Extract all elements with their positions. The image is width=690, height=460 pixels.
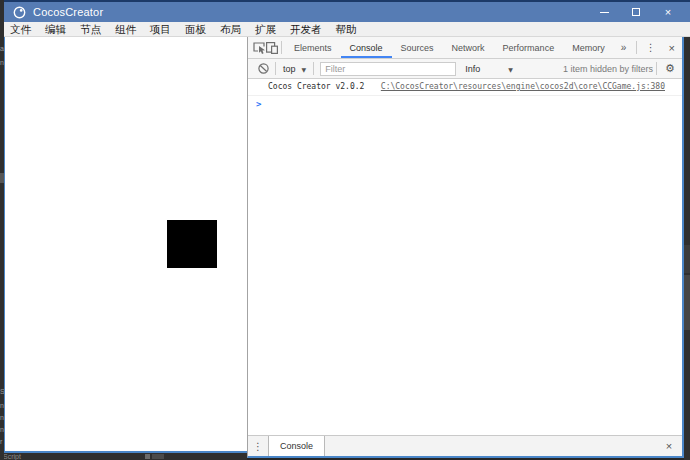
devtools-close-button[interactable]: × <box>661 42 682 54</box>
more-tabs-button[interactable]: » <box>614 42 634 53</box>
device-toolbar-icon <box>266 42 278 54</box>
console-output: Cocos Creator v2.0.2 C:\CocosCreator\res… <box>248 79 682 435</box>
console-toolbar: top ▼ Info ▼ 1 item hidden by filters ⚙ <box>248 59 682 79</box>
separator <box>281 41 282 54</box>
background-editor-bottom-edge: Script <box>0 453 247 460</box>
menu-item-help[interactable]: 帮助 <box>329 22 364 36</box>
menu-item-extension[interactable]: 扩展 <box>248 22 283 36</box>
background-editor-mark <box>145 454 150 459</box>
minimize-icon <box>600 12 609 13</box>
background-editor-band <box>0 173 4 183</box>
background-editor-block <box>684 245 690 273</box>
background-text-fragment: S <box>0 388 4 396</box>
background-text-fragment: n <box>0 59 4 67</box>
drawer-menu-button[interactable]: ⋮ <box>248 441 268 452</box>
close-button[interactable]: × <box>652 2 684 22</box>
tab-network[interactable]: Network <box>443 37 494 58</box>
separator <box>636 41 637 54</box>
background-editor-left-edge: ar n S ne ne ne r <box>0 0 4 460</box>
clear-console-icon <box>258 63 269 74</box>
titlebar[interactable]: CocosCreator × <box>0 2 690 22</box>
inspect-cursor-icon <box>253 42 266 54</box>
background-text-fragment: ne <box>0 414 4 422</box>
separator <box>275 62 276 75</box>
console-log-message: Cocos Creator v2.0.2 <box>268 82 364 91</box>
maximize-button[interactable] <box>620 2 652 22</box>
drawer-close-button[interactable]: × <box>656 440 682 452</box>
chevron-down-icon: ▼ <box>302 66 307 73</box>
device-toolbar-button[interactable] <box>266 37 278 58</box>
devtools-drawer: ⋮ Console × <box>248 435 682 456</box>
filter-input[interactable] <box>320 62 456 76</box>
hidden-items-message: 1 item hidden by filters <box>563 64 653 74</box>
separator <box>656 62 657 75</box>
devtools-tabbar-right: ⋮ × <box>633 37 682 58</box>
game-black-square-sprite <box>167 220 217 268</box>
background-text-fragment: ar <box>0 45 4 53</box>
maximize-icon <box>632 8 640 16</box>
console-empty-area[interactable] <box>248 109 682 435</box>
chevron-down-icon: ▼ <box>508 66 513 73</box>
screen: CocosCreator × 文件 编辑 节点 组件 项目 面板 布局 扩展 开… <box>0 0 690 460</box>
execution-context-selector[interactable]: top <box>283 64 296 74</box>
tab-memory[interactable]: Memory <box>563 37 614 58</box>
close-icon: × <box>665 6 671 18</box>
menubar: 文件 编辑 节点 组件 项目 面板 布局 扩展 开发者 帮助 <box>0 22 690 37</box>
devtools-tabbar: Elements Console Sources Network Perform… <box>248 37 682 59</box>
separator <box>313 62 314 75</box>
menu-item-project[interactable]: 项目 <box>143 22 178 36</box>
background-editor-right-edge <box>684 37 690 460</box>
window-controls: × <box>588 2 684 22</box>
tab-console[interactable]: Console <box>341 37 392 58</box>
tab-elements[interactable]: Elements <box>285 37 341 58</box>
background-editor-block <box>684 275 690 330</box>
menu-item-file[interactable]: 文件 <box>3 22 38 36</box>
menu-item-edit[interactable]: 编辑 <box>38 22 73 36</box>
devtools-menu-button[interactable]: ⋮ <box>640 42 661 53</box>
menu-item-layout[interactable]: 布局 <box>213 22 248 36</box>
log-level-selector[interactable]: Info <box>465 64 480 74</box>
menu-item-developer[interactable]: 开发者 <box>283 22 329 36</box>
menu-item-node[interactable]: 节点 <box>73 22 108 36</box>
background-text-fragment: ne <box>0 402 4 410</box>
tab-sources[interactable]: Sources <box>392 37 443 58</box>
console-settings-button[interactable]: ⚙ <box>660 62 680 75</box>
game-canvas[interactable] <box>4 37 247 453</box>
background-script-label: Script <box>3 453 21 460</box>
cocos-logo-icon <box>13 6 26 19</box>
devtools-panel: Elements Console Sources Network Perform… <box>247 37 684 458</box>
tab-performance[interactable]: Performance <box>494 37 564 58</box>
background-text-fragment: ne <box>0 426 4 434</box>
background-text-fragment: r <box>0 438 2 446</box>
clear-console-button[interactable] <box>254 59 272 78</box>
menu-item-panel[interactable]: 面板 <box>178 22 213 36</box>
menu-item-component[interactable]: 组件 <box>108 22 143 36</box>
drawer-tab-console[interactable]: Console <box>268 436 325 456</box>
window-title: CocosCreator <box>33 6 103 18</box>
console-log-row: Cocos Creator v2.0.2 C:\CocosCreator\res… <box>248 79 682 96</box>
inspect-element-button[interactable] <box>253 37 266 58</box>
console-prompt-chevron[interactable]: > <box>248 96 682 109</box>
minimize-button[interactable] <box>588 2 620 22</box>
background-editor-mark <box>152 454 164 459</box>
console-source-link[interactable]: C:\CocosCreator\resources\engine\cocos2d… <box>381 82 665 91</box>
